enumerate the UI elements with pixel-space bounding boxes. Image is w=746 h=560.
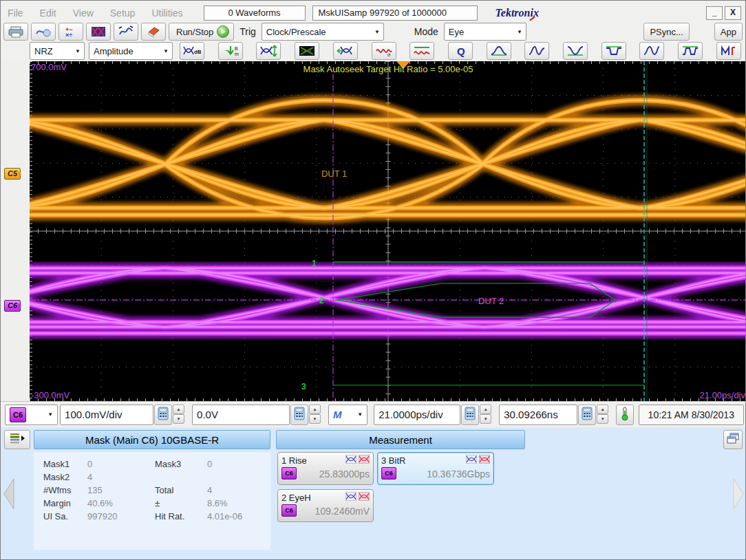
analyze-waveform-button[interactable] — [114, 23, 138, 41]
vertical-offset-field[interactable]: 0.0V — [192, 405, 290, 425]
horizontal-scale-stepper[interactable]: ▲▼ — [480, 405, 491, 424]
signal-type-select[interactable]: NRZ▼ — [30, 42, 85, 60]
vertical-offset-keypad-button[interactable] — [290, 405, 308, 425]
channel-c6-marker[interactable]: C6 — [4, 300, 21, 312]
horizontal-scale-keypad-button[interactable] — [461, 405, 479, 425]
mask-hit-count-button[interactable] — [295, 42, 319, 60]
measurement-card-bitr[interactable]: 3 BitR C610.36736Gbps — [377, 452, 494, 485]
horizontal-position-keypad-button[interactable] — [578, 405, 596, 425]
channel-c5-marker[interactable]: C5 — [4, 168, 21, 180]
trigger-source-select[interactable]: Clock/Prescale▼ — [262, 23, 384, 41]
chevron-down-icon: ▼ — [47, 411, 53, 418]
eye-crossing-button[interactable] — [524, 42, 549, 60]
app-button[interactable]: App — [714, 23, 743, 41]
chevron-down-icon: ▼ — [357, 411, 363, 418]
menu-view[interactable]: View — [73, 8, 94, 19]
clear-data-button[interactable] — [141, 23, 166, 41]
vertical-setup-button[interactable]: →Bm — [218, 42, 243, 60]
period-button[interactable] — [678, 42, 703, 60]
timebase-select[interactable]: M▼ — [328, 405, 367, 425]
vertical-scale-stepper[interactable]: ▲▼ — [173, 405, 184, 424]
fall-time-button[interactable] — [563, 42, 588, 60]
app-title-status: MskUISamp 997920 of 1000000 — [312, 6, 478, 21]
mask-button[interactable] — [86, 23, 111, 41]
time-scale-label: 21.00ps/div — [700, 390, 746, 400]
bit-rate-button[interactable] — [716, 42, 741, 60]
q-factor-button[interactable]: Q — [448, 42, 473, 60]
step-up-icon[interactable]: ▲ — [480, 405, 491, 414]
minimize-button[interactable]: _ — [706, 6, 723, 20]
math-button[interactable]: +−×÷ — [58, 23, 83, 41]
print-button[interactable] — [3, 23, 28, 41]
horizontal-position-field[interactable]: 30.09266ns — [499, 405, 577, 425]
rise-time-icon — [490, 45, 508, 57]
chevron-down-icon: ▼ — [513, 29, 526, 35]
vertical-scale-keypad-button[interactable] — [154, 405, 172, 425]
chevron-down-icon: ▼ — [371, 29, 383, 35]
horizontal-scale-field[interactable]: 21.0000ps/div — [374, 405, 460, 425]
eye-transition-button[interactable] — [639, 42, 664, 60]
eye-db-button[interactable]: dB — [180, 42, 204, 60]
menu-setup[interactable]: Setup — [110, 8, 136, 19]
measurement-panel-header[interactable]: Measurement — [276, 430, 525, 449]
panel-slideout-button[interactable] — [4, 430, 30, 449]
horizontal-position-stepper[interactable]: ▲▼ — [597, 405, 608, 424]
mask-panel-header[interactable]: Mask (Main C6) 10GBASE-R — [34, 430, 270, 449]
main-toolbar: +−×÷ Run/Stop▶ Trig Clock/Prescale▼ Mode… — [1, 21, 745, 42]
bit-rate-icon — [720, 45, 738, 57]
eye-mask-stat-icon[interactable] — [359, 492, 370, 503]
close-button[interactable]: X — [725, 6, 741, 20]
eye-mask-stat-icon[interactable] — [359, 455, 370, 466]
psync-button[interactable]: PSync... — [643, 23, 689, 41]
mode-select[interactable]: Eye▼ — [444, 23, 526, 41]
vertical-offset-stepper[interactable]: ▲▼ — [309, 405, 321, 424]
run-stop-button[interactable]: Run/Stop▶ — [169, 23, 234, 41]
mask-autoseek-banner: Mask Autoseek Target Hit Ratio = 5.00e-0… — [303, 64, 473, 74]
menu-file[interactable]: File — [8, 8, 23, 19]
measure-category-select[interactable]: Amplitude▼ — [89, 42, 173, 60]
step-down-icon[interactable]: ▼ — [173, 414, 184, 424]
mask1-label: 1 — [312, 259, 317, 268]
step-up-icon[interactable]: ▲ — [597, 405, 608, 414]
step-up-icon[interactable]: ▲ — [309, 405, 321, 414]
eye-height-button[interactable] — [256, 42, 281, 60]
graticule[interactable]: 700.0mV -300.0mV 21.00ps/div Mask Autose… — [30, 61, 746, 401]
pulse-width-button[interactable] — [601, 42, 626, 60]
step-down-icon[interactable]: ▼ — [309, 414, 321, 424]
pan-waveform-button[interactable] — [31, 23, 56, 41]
keypad-icon — [294, 407, 305, 423]
step-up-icon[interactable]: ▲ — [173, 405, 184, 414]
tektronix-logo: Tektronix — [495, 7, 539, 19]
dut2-label: DUT 2 — [478, 296, 504, 306]
eye-stat-icon[interactable] — [345, 455, 356, 466]
app-window: File Edit View Setup Utilities 0 Wavefor… — [0, 0, 746, 560]
rise-time-button[interactable] — [487, 42, 511, 60]
eye-width-button[interactable] — [333, 42, 358, 60]
period-icon — [681, 45, 699, 57]
page-left-button[interactable] — [2, 477, 16, 511]
step-down-icon[interactable]: ▼ — [597, 414, 608, 424]
measurement-card-rise[interactable]: 1 Rise C625.83000ps — [277, 452, 374, 485]
math-icon: +−×÷ — [63, 25, 79, 38]
pan-waveform-icon — [35, 25, 52, 38]
vertical-scale-field[interactable]: 100.0mV/div — [60, 405, 153, 425]
measurement-card-eyeh[interactable]: 2 EyeH C6109.2460mV — [277, 489, 374, 522]
step-down-icon[interactable]: ▼ — [480, 414, 491, 424]
jitter-ref-button[interactable] — [409, 42, 434, 60]
page-right-button[interactable] — [732, 477, 745, 511]
measurement-cards: 1 Rise C625.83000ps 2 EyeH C6109.2460mV … — [277, 452, 494, 522]
eye-stat-icon[interactable] — [466, 455, 477, 466]
channel-select[interactable]: C6▼ — [5, 405, 58, 425]
eye-stat-icon[interactable] — [345, 492, 356, 503]
jitter-button[interactable]: σ — [372, 42, 396, 60]
mask2-label: 2 — [319, 296, 324, 305]
svg-text:Q: Q — [457, 45, 465, 57]
fall-time-icon — [566, 45, 584, 57]
eye-crossing-icon — [528, 45, 546, 57]
menu-edit[interactable]: Edit — [40, 8, 56, 19]
menu-utilities[interactable]: Utilities — [151, 8, 182, 19]
restore-panel-button[interactable] — [723, 430, 743, 449]
temperature-button[interactable] — [616, 405, 633, 425]
run-icon: ▶ — [217, 25, 229, 38]
eye-mask-stat-icon[interactable] — [479, 455, 490, 466]
